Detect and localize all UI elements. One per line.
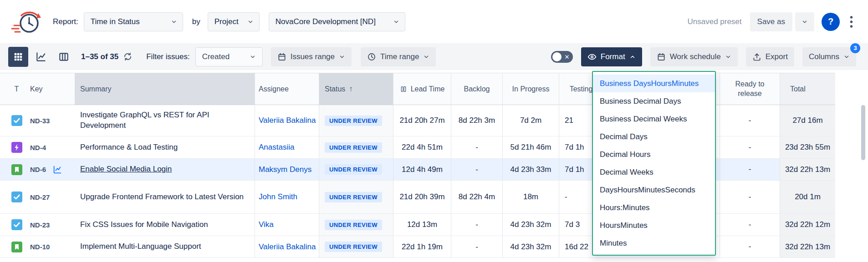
columns-pair-icon [400, 86, 407, 93]
task-icon [11, 191, 22, 202]
time-in-status-app: Report: Time in Status by Project NovaCo… [0, 0, 868, 262]
status-cell: UNDER REVIEW [319, 236, 393, 257]
chevron-down-icon [250, 54, 256, 60]
columns-button[interactable]: Columns 3 [802, 47, 856, 66]
backlog-cell: - [451, 136, 502, 158]
header-key[interactable]: Key [26, 73, 75, 105]
assignee-link: Valeriia Bakalina [259, 116, 316, 125]
story-icon [11, 242, 22, 252]
ready-to-release-cell: - [720, 136, 780, 158]
format-option[interactable]: Business Decimal Weeks [593, 110, 715, 128]
issue-summary-cell: Performance & Load Testing [75, 136, 255, 158]
filter-issues-label: Filter issues: [146, 52, 189, 61]
format-option[interactable]: DaysHoursMinutesSeconds [593, 181, 715, 199]
header-backlog[interactable]: Backlog [451, 73, 502, 105]
created-filter-select[interactable]: Created [195, 47, 263, 66]
project-select[interactable]: NovaCore Development [ND] [269, 12, 405, 31]
lead-time-cell: 12d 4h 49m [393, 159, 451, 180]
format-option[interactable]: Decimal Weeks [593, 163, 715, 181]
issue-summary-cell: Implement Multi-Language Support [75, 236, 255, 257]
work-schedule-button[interactable]: Work schedule [650, 47, 738, 66]
lead-time-cell: 21d 20h 39m [393, 181, 451, 213]
story-icon [11, 164, 22, 175]
assignee-link: Anastasiia [259, 143, 294, 152]
issue-summary-cell: Upgrade Frontend Framework to Latest Ver… [75, 181, 255, 213]
export-icon [752, 52, 761, 61]
board-view-button[interactable] [54, 47, 74, 67]
lead-time-cell: 22d 4h 51m [393, 136, 451, 158]
format-option-selected[interactable]: Business DaysHoursMinutes [593, 75, 715, 92]
format-button[interactable]: Format [581, 47, 642, 66]
refresh-button[interactable] [123, 52, 133, 61]
group-by-select[interactable]: Project [208, 12, 260, 31]
issue-type-cell [7, 105, 26, 136]
header-summary[interactable]: Summary [75, 73, 255, 105]
chevron-down-icon [247, 19, 254, 25]
assignee-cell[interactable]: Valeriia Bakalina [255, 236, 319, 257]
scrollbar-thumb[interactable] [861, 105, 865, 160]
report-label: Report: [53, 17, 78, 26]
task-icon [11, 219, 22, 230]
header-ready-to-release[interactable]: Ready to release [720, 73, 780, 105]
ready-to-release-cell: - [720, 214, 780, 236]
header-type[interactable]: T [7, 73, 26, 105]
more-menu-button[interactable] [845, 13, 857, 31]
header-status[interactable]: Status ↑ [319, 73, 393, 105]
assignee-cell[interactable]: John Smith [255, 181, 319, 213]
assignee-link: Vika [259, 220, 274, 229]
row-chart-icon[interactable] [52, 165, 62, 175]
issue-type-cell [7, 236, 26, 257]
board-columns-icon [58, 51, 70, 63]
compact-view-toggle[interactable] [551, 51, 573, 63]
format-option[interactable]: Hours:Minutes [593, 199, 715, 217]
calendar-icon [277, 52, 286, 61]
assignee-cell[interactable]: Anastasiia [255, 136, 319, 158]
status-cell: UNDER REVIEW [319, 214, 393, 236]
format-option[interactable]: Decimal Hours [593, 146, 715, 163]
format-option[interactable]: Minutes [593, 234, 715, 252]
assignee-cell[interactable]: Maksym Denys [255, 159, 319, 180]
toolbar: 1–35 of 35 Filter issues: Created Issues… [0, 43, 868, 70]
grid-icon [13, 52, 23, 62]
save-as-dropdown-button[interactable] [795, 12, 814, 31]
chevron-down-icon [843, 54, 850, 60]
report-type-select[interactable]: Time in Status [84, 12, 183, 31]
issue-summary: Fix CSS Issues for Mobile Navigation [80, 220, 208, 230]
format-option[interactable]: HoursMinutes [593, 217, 715, 234]
header-total[interactable]: Total [780, 73, 835, 105]
app-logo-icon [10, 7, 43, 37]
assignee-cell[interactable]: Valeriia Bakalina [255, 105, 319, 136]
issues-range-button[interactable]: Issues range [271, 47, 352, 66]
time-range-button[interactable]: Time range [361, 47, 436, 66]
help-button[interactable]: ? [822, 13, 840, 31]
header-assignee[interactable]: Assignee [255, 73, 319, 105]
chart-view-button[interactable] [31, 47, 51, 67]
format-menu: Business DaysHoursMinutesBusiness Decima… [592, 71, 716, 256]
issue-key-cell: ND-33 [26, 105, 75, 136]
issue-summary-cell[interactable]: Enable Social Media Login [75, 159, 255, 180]
export-button[interactable]: Export [746, 47, 794, 66]
assignee-cell[interactable]: Vika [255, 214, 319, 236]
format-option[interactable]: Decimal Days [593, 128, 715, 146]
total-cell: 27d 16m [780, 105, 835, 136]
issue-key: ND-27 [30, 193, 50, 201]
issue-type-cell [7, 159, 26, 180]
in-progress-cell: 4d 23h 32m [502, 236, 559, 257]
vertical-scrollbar[interactable] [861, 73, 865, 262]
status-badge: UNDER REVIEW [325, 220, 382, 230]
table-view-button[interactable] [8, 47, 28, 67]
issue-summary-cell: Investigate GraphQL vs REST for API Deve… [75, 105, 255, 136]
total-cell: 32d 22h 13m [780, 159, 835, 180]
task-icon [11, 115, 22, 126]
in-progress-cell: 4d 23h 33m [502, 159, 559, 180]
status-cell: UNDER REVIEW [319, 136, 393, 158]
header-lead-time[interactable]: Lead Time [393, 73, 451, 105]
backlog-cell: - [451, 214, 502, 236]
status-badge: UNDER REVIEW [325, 242, 382, 252]
issue-summary: Performance & Load Testing [80, 142, 178, 153]
issue-key-cell: ND-23 [26, 214, 75, 236]
header-in-progress[interactable]: In Progress [502, 73, 559, 105]
status-cell: UNDER REVIEW [319, 159, 393, 180]
format-option[interactable]: Business Decimal Days [593, 92, 715, 110]
save-as-button[interactable]: Save as [750, 12, 792, 31]
